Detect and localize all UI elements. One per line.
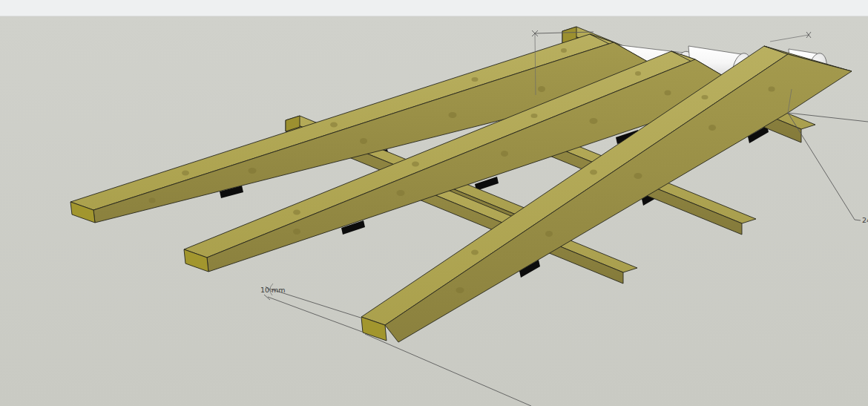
3d-viewport[interactable]: 10 mm 24 xyxy=(0,0,868,406)
dimension-label-near[interactable]: 10 mm xyxy=(260,286,286,294)
toolbar-strip xyxy=(0,0,868,16)
app-window: 10 mm 24 xyxy=(0,0,868,406)
toolbar-strip-border xyxy=(0,16,868,16)
dimension-label-far[interactable]: 24 xyxy=(862,216,868,224)
